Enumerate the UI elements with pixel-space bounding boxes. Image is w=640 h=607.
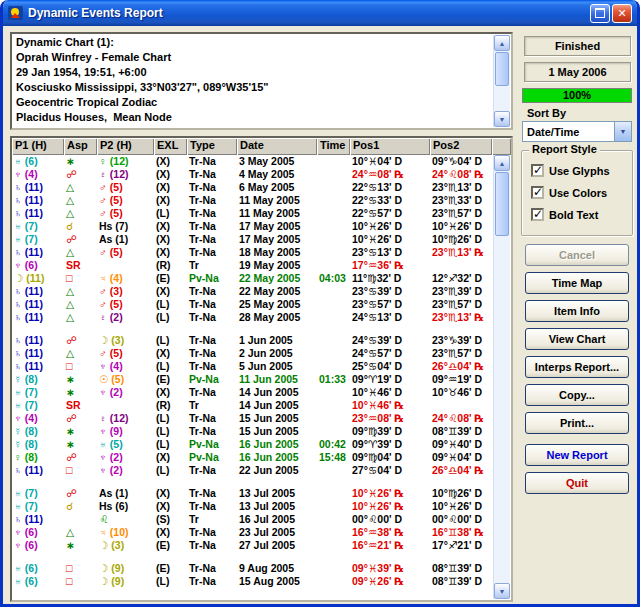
- quit-button[interactable]: Quit: [525, 472, 629, 494]
- pos2-cell: 23°♏57' D: [430, 207, 492, 220]
- table-row[interactable]: ♄ (11)△♂ (5)(L)Tr-Na11 May 200522°♋57' D…: [12, 207, 494, 220]
- p2-cell: ♇ (12): [97, 168, 154, 181]
- table-row[interactable]: ☿ (8)∗♅ (5)(L)Pv-Na16 Jun 200500:4209°♈3…: [12, 438, 494, 451]
- type-cell: Tr: [187, 513, 237, 526]
- exl-cell: (X): [154, 500, 187, 513]
- time-cell: [317, 526, 350, 539]
- date-cell: 11 May 2005: [237, 207, 317, 220]
- table-row[interactable]: ♄ (11)△♂ (5)(X)Tr-Na18 May 200523°♋13' D…: [12, 246, 494, 259]
- table-row[interactable]: ♄ (11)△♂ (3)(X)Tr-Na22 May 200523°♋39' D…: [12, 285, 494, 298]
- scroll-down-icon[interactable]: ▼: [494, 583, 510, 599]
- date-cell: 15 Jun 2005: [237, 412, 317, 425]
- time-cell: [317, 575, 350, 588]
- table-row[interactable]: ♆ (4)☍♇ (12)(X)Tr-Na4 May 200524°♒08' ℞2…: [12, 168, 494, 181]
- report-style-options: ✓Use Glyphs✓Use Colors✓Bold Text: [522, 151, 632, 221]
- table-row[interactable]: ♅ (7)☌Hs (6)(X)Tr-Na13 Jul 200510°♓26' ℞…: [12, 500, 494, 513]
- pos1-cell: 22°♋57' D: [350, 207, 430, 220]
- status-finished: Finished: [524, 36, 631, 56]
- cancel-button: Cancel: [525, 244, 629, 266]
- type-cell: Tr-Na: [187, 285, 237, 298]
- checkbox-use-colors[interactable]: ✓Use Colors: [531, 186, 632, 199]
- exl-cell: (X): [154, 451, 187, 464]
- table-row[interactable]: ♄ (11)△♂ (5)(X)Tr-Na11 May 200522°♋33' D…: [12, 194, 494, 207]
- chevron-down-icon[interactable]: ▼: [614, 122, 631, 141]
- table-row[interactable]: ♄ (11)△♂ (5)(X)Tr-Na2 Jun 200524°♋57' D2…: [12, 347, 494, 360]
- table-row[interactable]: ♅ (6)∗♀ (12)(X)Tr-Na3 May 200510°♓04' D0…: [12, 155, 494, 168]
- p1-cell: ♆ (4): [12, 168, 64, 181]
- checkbox-bold-text[interactable]: ✓Bold Text: [531, 208, 632, 221]
- exl-cell: (L): [154, 360, 187, 373]
- maximize-button[interactable]: [590, 4, 610, 23]
- p2-cell: As (1): [97, 233, 154, 246]
- pos1-cell: 10°♓04' D: [350, 155, 430, 168]
- checkbox-use-glyphs[interactable]: ✓Use Glyphs: [531, 164, 632, 177]
- table-scrollbar-thumb[interactable]: [495, 172, 509, 236]
- table-scrollbar[interactable]: ▲ ▼: [493, 155, 510, 599]
- table-row[interactable]: ♅ (7)☍As (1)(X)Tr-Na13 Jul 200510°♓26' ℞…: [12, 487, 494, 500]
- pos2-cell: 23°♏57' D: [430, 298, 492, 311]
- exl-cell: (L): [154, 464, 187, 477]
- table-row[interactable]: ♆ (6)∗☽ (3)(E)Tr-Na27 Jul 200516°♒21' ℞1…: [12, 539, 494, 552]
- table-row[interactable]: ♄ (11)△♇ (2)(L)Tr-Na28 May 200524°♋13' D…: [12, 311, 494, 324]
- time-cell: [317, 285, 350, 298]
- table-row[interactable]: ♄ (11)♌(S)Tr16 Jul 200500°♌00' D00°♌00' …: [12, 513, 494, 526]
- new-report-button[interactable]: New Report: [525, 444, 629, 466]
- print-button[interactable]: Print...: [525, 412, 629, 434]
- table-row[interactable]: ♆ (4)☍♇ (12)(L)Tr-Na15 Jun 200523°♒08' ℞…: [12, 412, 494, 425]
- report-style-group: Report Style ✓Use Glyphs✓Use Colors✓Bold…: [521, 150, 633, 236]
- p2-cell: ♇ (2): [97, 311, 154, 324]
- exl-cell: (L): [154, 575, 187, 588]
- pos2-cell: 23°♑39' D: [430, 334, 492, 347]
- table-row[interactable]: ☿ (8)∗☉ (5)(E)Pv-Na11 Jun 200501:3309°♈1…: [12, 373, 494, 386]
- table-row[interactable]: ♀ (8)☍♆ (2)(X)Pv-Na16 Jun 200515:4809°♍0…: [12, 451, 494, 464]
- table-row[interactable]: ♅ (6)□☽ (9)(E)Tr-Na9 Aug 200509°♓39' ℞08…: [12, 562, 494, 575]
- close-button[interactable]: ✕: [612, 4, 632, 23]
- asp-cell: □: [64, 272, 97, 285]
- time-map-button[interactable]: Time Map: [525, 272, 629, 294]
- type-cell: Tr-Na: [187, 500, 237, 513]
- interps-report-button[interactable]: Interps Report...: [525, 356, 629, 378]
- title-bar[interactable]: Dynamic Events Report ✕: [3, 0, 637, 26]
- table-row[interactable]: ♄ (11)△♂ (5)(L)Tr-Na25 May 200523°♋57' D…: [12, 298, 494, 311]
- table-row[interactable]: ♅ (7)∗♆ (2)(X)Tr-Na14 Jun 200510°♓46' D1…: [12, 386, 494, 399]
- item-info-button[interactable]: Item Info: [525, 300, 629, 322]
- time-cell: [317, 487, 350, 500]
- copy-button[interactable]: Copy...: [525, 384, 629, 406]
- scroll-up-icon[interactable]: ▲: [494, 155, 510, 171]
- table-row[interactable]: ♅ (7)SR(R)Tr14 Jun 200510°♓46' ℞: [12, 399, 494, 412]
- info-scrollbar-thumb[interactable]: [495, 52, 509, 86]
- checkbox-label: Use Glyphs: [549, 165, 610, 177]
- table-row[interactable]: ♅ (7)☍As (1)(X)Tr-Na17 May 200510°♓26' D…: [12, 233, 494, 246]
- info-line: Dynamic Chart (1):: [16, 35, 507, 50]
- scroll-down-icon[interactable]: ▼: [494, 111, 510, 127]
- type-cell: Pv-Na: [187, 272, 237, 285]
- window-title: Dynamic Events Report: [28, 6, 590, 20]
- info-scrollbar[interactable]: ▲ ▼: [493, 35, 510, 127]
- chart-info-panel[interactable]: Dynamic Chart (1):Oprah Winfrey - Female…: [10, 32, 513, 130]
- table-row[interactable]: ♄ (11)□♆ (4)(L)Tr-Na5 Jun 200525°♋04' D2…: [12, 360, 494, 373]
- table-row[interactable]: ♅ (7)☌Hs (7)(X)Tr-Na17 May 200510°♓26' D…: [12, 220, 494, 233]
- view-chart-button[interactable]: View Chart: [525, 328, 629, 350]
- table-row[interactable]: ♄ (11)☍☽ (3)(L)Tr-Na1 Jun 200524°♋39' D2…: [12, 334, 494, 347]
- pos2-cell: 10°♓26' D: [430, 220, 492, 233]
- table-body: ♅ (6)∗♀ (12)(X)Tr-Na3 May 200510°♓04' D0…: [12, 155, 494, 600]
- pos1-cell: 22°♋33' D: [350, 194, 430, 207]
- table-row[interactable]: ♆ (6)△♃ (10)(X)Tr-Na23 Jul 200516°♒38' ℞…: [12, 526, 494, 539]
- type-cell: Tr-Na: [187, 155, 237, 168]
- type-cell: Tr-Na: [187, 464, 237, 477]
- table-row[interactable]: ♄ (11)△♂ (5)(X)Tr-Na6 May 200522°♋13' D2…: [12, 181, 494, 194]
- table-row[interactable]: ♅ (6)□☽ (9)(L)Tr-Na15 Aug 200509°♓26' ℞0…: [12, 575, 494, 588]
- exl-cell: (R): [154, 399, 187, 412]
- exl-cell: (X): [154, 194, 187, 207]
- table-row[interactable]: ☿ (8)∗♆ (9)(L)Tr-Na15 Jun 200509°♍39' D0…: [12, 425, 494, 438]
- asp-cell: □: [64, 360, 97, 373]
- table-row[interactable]: ♄ (11)□♆ (2)(L)Tr-Na22 Jun 200527°♋04' D…: [12, 464, 494, 477]
- sort-by-dropdown[interactable]: Date/Time ▼: [522, 121, 632, 142]
- table-row[interactable]: ♆ (6)SR(R)Tr19 May 200517°♒36' ℞: [12, 259, 494, 272]
- date-cell: 16 Jun 2005: [237, 438, 317, 451]
- table-row[interactable]: ☽ (11)□♃ (4)(E)Pv-Na22 May 200504:0311°♍…: [12, 272, 494, 285]
- scroll-up-icon[interactable]: ▲: [494, 35, 510, 51]
- info-line: Oprah Winfrey - Female Chart: [16, 50, 507, 65]
- exl-cell: (L): [154, 334, 187, 347]
- p1-cell: ♄ (11): [12, 311, 64, 324]
